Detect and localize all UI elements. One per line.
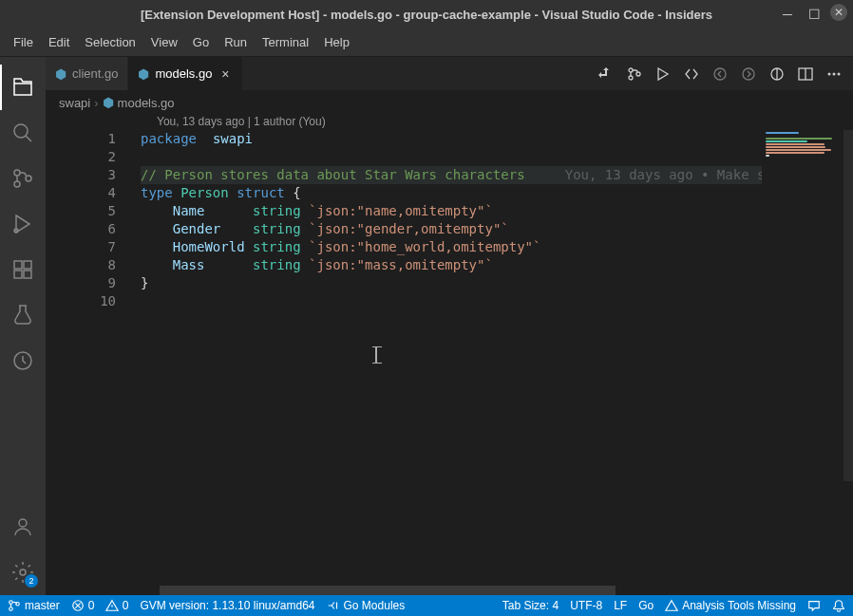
svg-rect-5 [14,261,22,269]
activity-bar: 2 [0,57,46,595]
menu-go[interactable]: Go [185,31,217,53]
codelens-authors[interactable]: You, 13 days ago | 1 author (You) [46,115,853,130]
tab-models-go[interactable]: ⬢models.go× [128,57,243,90]
accounts-icon[interactable] [0,504,46,550]
extensions-icon[interactable] [0,247,46,292]
scroll-thumb[interactable] [844,130,853,481]
split-editor-icon[interactable] [798,66,813,82]
svg-point-23 [9,607,13,611]
close-button[interactable]: ✕ [830,4,847,21]
menu-help[interactable]: Help [316,31,357,53]
code-line[interactable]: type Person struct { [141,184,853,202]
menu-file[interactable]: File [6,31,41,53]
maximize-button[interactable]: ☐ [804,4,825,25]
explorer-icon[interactable] [0,65,46,110]
titlebar: [Extension Development Host] - models.go… [0,0,853,28]
source-control-icon[interactable] [0,156,46,201]
status-eol[interactable]: LF [614,599,627,612]
run-debug-icon[interactable] [0,201,46,247]
window-title: [Extension Development Host] - models.go… [141,8,712,22]
git-branch-action-icon[interactable] [627,66,642,82]
run-file-icon[interactable] [655,66,671,82]
svg-point-14 [636,72,640,76]
status-feedback-icon[interactable] [807,599,821,612]
horizontal-scroll-thumb[interactable] [160,586,616,595]
prev-change-icon[interactable] [712,66,728,82]
status-problems[interactable]: 0 0 [71,599,129,612]
minimap[interactable] [762,130,853,586]
tab-bar: ⬢client.go⬢models.go× [46,57,853,90]
svg-point-19 [828,72,831,75]
svg-rect-8 [24,271,31,278]
settings-icon[interactable]: 2 [0,550,46,595]
status-encoding[interactable]: UTF-8 [570,599,602,612]
breadcrumb-file[interactable]: models.go [118,96,175,110]
horizontal-scrollbar[interactable] [141,586,853,595]
text-cursor-icon [375,346,377,364]
chevron-right-icon: › [94,96,98,110]
status-branch[interactable]: master [8,599,60,612]
test-icon[interactable] [0,292,46,338]
status-gomodules[interactable]: Go Modules [327,599,406,612]
status-bar: master 0 0 GVM version: 1.13.10 linux/am… [0,595,853,616]
svg-point-16 [743,68,754,80]
code-line[interactable]: Mass string `json:"mass,omitempty"` [141,256,853,274]
svg-rect-6 [24,261,31,269]
svg-point-15 [714,68,726,80]
more-actions-icon[interactable] [826,66,842,82]
toggle-icon[interactable] [769,66,785,82]
svg-point-0 [14,124,28,138]
status-tabsize[interactable]: Tab Size: 4 [502,599,559,612]
tab-label: models.go [155,66,212,81]
breadcrumb-folder[interactable]: swapi [59,96,90,110]
code-line[interactable] [141,292,853,310]
code-content[interactable]: package swapi// Person stores data about… [141,130,853,586]
next-change-icon[interactable] [741,66,756,82]
status-language[interactable]: Go [638,599,654,612]
search-icon[interactable] [0,110,46,156]
window-controls: ─ ☐ ✕ [777,4,847,25]
go-file-icon: ⬢ [103,95,114,110]
code-line[interactable]: Gender string `json:"gender,omitempty"` [141,220,853,238]
code-line[interactable]: package swapi [141,130,853,148]
status-gvm[interactable]: GVM version: 1.13.10 linux/amd64 [140,599,314,612]
svg-rect-7 [14,271,22,278]
overview-ruler[interactable] [840,130,853,586]
go-file-icon: ⬢ [138,66,149,82]
code-line[interactable]: // Person stores data about Star Wars ch… [141,166,853,184]
open-changes-icon[interactable] [684,66,699,82]
go-file-icon: ⬢ [55,66,66,82]
menu-edit[interactable]: Edit [41,31,77,53]
settings-badge: 2 [25,574,38,588]
svg-point-13 [629,76,633,80]
minimize-button[interactable]: ─ [777,4,798,25]
svg-point-1 [14,170,20,176]
close-tab-icon[interactable]: × [218,66,233,82]
breadcrumb[interactable]: swapi › ⬢ models.go [46,90,853,115]
svg-point-10 [19,519,27,527]
gitlens-icon[interactable] [0,338,46,383]
svg-point-21 [838,72,841,75]
menubar: FileEditSelectionViewGoRunTerminalHelp [0,28,853,57]
tab-client-go[interactable]: ⬢client.go [46,57,128,90]
menu-run[interactable]: Run [217,31,255,53]
code-line[interactable] [141,148,853,166]
menu-terminal[interactable]: Terminal [255,31,316,53]
tab-label: client.go [72,66,118,81]
svg-point-22 [9,601,13,605]
svg-point-11 [20,569,26,575]
svg-point-20 [833,72,836,75]
code-line[interactable]: Name string `json:"name,omitempty"` [141,202,853,220]
code-line[interactable]: HomeWorld string `json:"home_world,omite… [141,238,853,256]
svg-point-2 [14,181,20,187]
git-compare-icon[interactable] [598,66,614,82]
menu-view[interactable]: View [143,31,185,53]
line-numbers: 12345678910 [46,130,141,586]
menu-selection[interactable]: Selection [77,31,142,53]
status-bell-icon[interactable] [832,599,845,612]
status-analysis[interactable]: Analysis Tools Missing [665,599,796,612]
editor-actions [598,57,853,90]
code-line[interactable]: } [141,274,853,292]
svg-point-3 [26,176,31,181]
code-editor[interactable]: 12345678910 package swapi// Person store… [46,130,853,586]
